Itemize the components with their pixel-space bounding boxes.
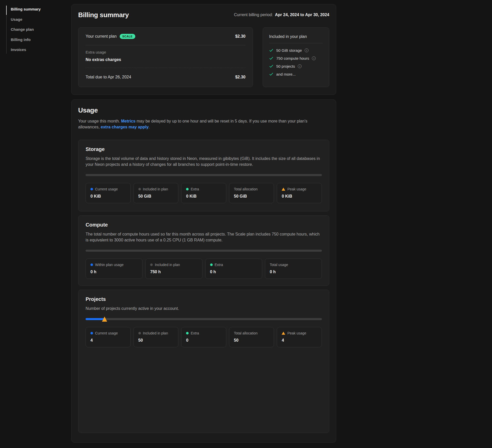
- stat-value: 0 h: [270, 270, 317, 274]
- stat-label: Current usage: [95, 187, 118, 191]
- billing-page: { "colors": { "accent_blue": "#1a6ff5", …: [0, 0, 492, 448]
- usage-description: Your usage this month. Metrics may be de…: [78, 118, 329, 130]
- usage-progress-fill: [86, 318, 105, 320]
- info-icon[interactable]: i: [298, 64, 302, 68]
- stat-label: Peak usage: [287, 331, 306, 335]
- included-item-50-gib-storage: 50 GiB storagei: [269, 46, 323, 54]
- peak-triangle-icon: [282, 188, 285, 191]
- stats-row: Current usage 4 Included in plan 50 Extr…: [86, 327, 322, 347]
- stat-label: Total allocation: [234, 331, 258, 335]
- projects-stat-included-in-plan: Included in plan 50: [134, 327, 179, 347]
- blue-dot-icon: [90, 332, 93, 334]
- stat-value: 50 GiB: [138, 194, 174, 199]
- projects-stat-total-allocation: Total allocation 50: [229, 327, 274, 347]
- stats-row: Current usage 0 KiB Included in plan 50 …: [86, 183, 322, 203]
- plan-amount: $2.30: [235, 34, 245, 39]
- billing-summary-title: Billing summary: [78, 11, 129, 19]
- sidebar-active-indicator: [6, 6, 7, 15]
- billing-period-value: Apr 24, 2024 to Apr 30, 2024: [275, 13, 329, 17]
- stat-value: 0 KiB: [186, 194, 221, 199]
- billing-summary-card: Billing summary Current billing period:A…: [71, 4, 336, 95]
- stat-value: 0 KiB: [282, 194, 317, 199]
- stat-label: Included in plan: [155, 263, 180, 267]
- stat-label: Included in plan: [143, 187, 168, 191]
- info-icon[interactable]: i: [305, 48, 309, 52]
- stat-label: Included in plan: [143, 331, 168, 335]
- included-item-label: 50 projects: [276, 64, 295, 68]
- check-icon: [269, 56, 273, 60]
- usage-progress-bar: [86, 174, 322, 176]
- projects-stat-extra: Extra 0: [181, 327, 226, 347]
- stat-value: 0 KiB: [90, 194, 126, 199]
- check-icon: [269, 48, 273, 53]
- link-extra-charges-may-apply[interactable]: extra charges may apply: [101, 125, 149, 129]
- billing-sidebar: Billing summaryUsageChange planBilling i…: [11, 4, 67, 55]
- stats-row: Within plan usage 0 h Included in plan 7…: [86, 259, 322, 279]
- stat-value: 750 h: [150, 270, 197, 274]
- plan-badge: SCALE: [120, 34, 135, 39]
- stat-value: 50: [234, 338, 269, 343]
- blue-dot-icon: [90, 188, 93, 190]
- gray-dot-icon: [138, 188, 141, 190]
- gray-dot-icon: [138, 332, 141, 334]
- extra-usage-value: No extras charges: [86, 57, 245, 62]
- storage-stat-extra: Extra 0 KiB: [181, 183, 226, 203]
- projects-section-description: Number of projects currently active in y…: [86, 306, 322, 311]
- included-list: 50 GiB storagei750 compute hoursi50 proj…: [269, 46, 323, 78]
- total-due-amount: $2.30: [235, 75, 245, 79]
- sidebar-item-change-plan[interactable]: Change plan: [11, 24, 67, 35]
- compute-section-description: The total number of compute hours used s…: [86, 231, 322, 243]
- check-icon: [269, 64, 273, 68]
- stat-value: 50 GiB: [234, 194, 269, 199]
- compute-stat-included-in-plan: Included in plan 750 h: [145, 259, 202, 279]
- stat-value: 50: [138, 338, 174, 343]
- extra-usage-label: Extra usage: [86, 50, 245, 54]
- stat-label: Total usage: [270, 263, 288, 267]
- peak-usage-marker-icon: [102, 317, 107, 322]
- usage-sections: Storage Storage is the total volume of d…: [78, 140, 329, 433]
- main-content: Billing summary Current billing period:A…: [71, 4, 336, 443]
- sidebar-item-billing-summary[interactable]: Billing summary: [11, 4, 67, 14]
- storage-stat-total-allocation: Total allocation 50 GiB: [229, 183, 274, 203]
- stat-label: Extra: [191, 187, 199, 191]
- included-item-and-more: and more...: [269, 70, 323, 78]
- link-metrics[interactable]: Metrics: [121, 119, 136, 123]
- compute-stat-total-usage: Total usage 0 h: [265, 259, 322, 279]
- sidebar-item-billing-info[interactable]: Billing info: [11, 35, 67, 45]
- stat-label: Total allocation: [234, 187, 258, 191]
- stat-label: Extra: [215, 263, 223, 267]
- storage-section-description: Storage is the total volume of data and …: [86, 156, 322, 167]
- compute-section-card: Compute The total number of compute hour…: [78, 215, 329, 286]
- included-item-label: 50 GiB storage: [276, 48, 302, 53]
- stat-value: 0: [186, 338, 221, 343]
- billing-period-label: Current billing period:: [234, 13, 273, 17]
- stat-value: 0 h: [210, 270, 257, 274]
- included-item-750-compute-hours: 750 compute hoursi: [269, 54, 323, 62]
- included-item-label: 750 compute hours: [276, 56, 309, 60]
- usage-card: Usage Your usage this month. Metrics may…: [71, 99, 336, 443]
- blue-dot-icon: [90, 263, 93, 266]
- projects-stat-current-usage: Current usage 4: [86, 327, 131, 347]
- billing-period: Current billing period:Apr 24, 2024 to A…: [234, 13, 329, 17]
- sidebar-item-invoices[interactable]: Invoices: [11, 45, 67, 55]
- storage-stat-peak-usage: Peak usage 0 KiB: [277, 183, 322, 203]
- storage-stat-current-usage: Current usage 0 KiB: [86, 183, 131, 203]
- peak-triangle-icon: [282, 332, 285, 335]
- stat-label: Within plan usage: [95, 263, 124, 267]
- gray-dot-icon: [150, 263, 153, 266]
- storage-stat-included-in-plan: Included in plan 50 GiB: [134, 183, 179, 203]
- plan-summary-card: Your current plan SCALE $2.30 Extra usag…: [78, 27, 253, 87]
- sidebar-item-usage[interactable]: Usage: [11, 14, 67, 25]
- usage-progress-bar: [86, 318, 322, 320]
- projects-stat-peak-usage: Peak usage 4: [277, 327, 322, 347]
- current-plan-label: Your current plan: [86, 34, 117, 39]
- green-dot-icon: [210, 263, 213, 266]
- sidebar-rail: [6, 5, 7, 54]
- green-dot-icon: [186, 188, 189, 190]
- included-in-plan-title: Included in your plan: [269, 34, 323, 43]
- info-icon[interactable]: i: [312, 56, 316, 60]
- stat-value: 4: [90, 338, 126, 343]
- stat-value: 4: [282, 338, 317, 343]
- check-icon: [269, 72, 273, 76]
- included-item-50-projects: 50 projectsi: [269, 62, 323, 70]
